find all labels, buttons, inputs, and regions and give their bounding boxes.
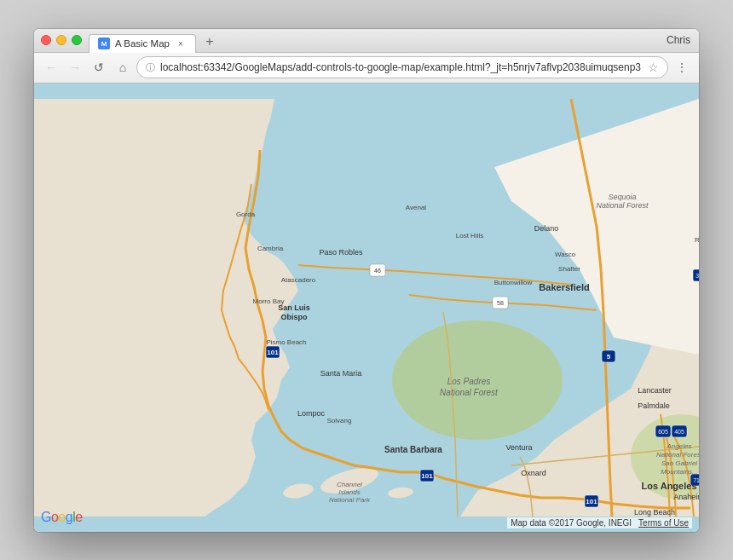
- tab-label: A Basic Map: [115, 38, 170, 49]
- svg-text:Anaheim: Anaheim: [673, 493, 699, 501]
- new-tab-button[interactable]: +: [199, 32, 220, 52]
- svg-text:Lompoc: Lompoc: [297, 409, 326, 418]
- back-button[interactable]: ←: [41, 57, 61, 78]
- svg-text:Ridge...: Ridge...: [695, 236, 699, 244]
- svg-text:San Gabriel: San Gabriel: [661, 459, 697, 467]
- minimize-button[interactable]: [56, 35, 66, 45]
- svg-text:Long Beach: Long Beach: [634, 508, 675, 517]
- tab-favicon: M: [98, 38, 110, 49]
- profile-name: Chris: [667, 34, 690, 46]
- svg-text:Solvang: Solvang: [327, 417, 352, 424]
- svg-text:Gorda: Gorda: [236, 211, 256, 218]
- svg-text:395: 395: [695, 273, 699, 279]
- svg-text:Obispo: Obispo: [281, 313, 309, 321]
- forward-button[interactable]: →: [65, 57, 85, 78]
- svg-text:National Park: National Park: [329, 496, 371, 504]
- url-text: localhost:63342/GoogleMaps/add-controls-…: [160, 61, 643, 73]
- svg-text:101: 101: [421, 472, 433, 480]
- svg-text:Los Padres: Los Padres: [447, 377, 491, 386]
- terms-of-use-link[interactable]: Terms of Use: [638, 518, 689, 528]
- svg-text:Lancaster: Lancaster: [638, 386, 672, 395]
- close-button[interactable]: [41, 35, 51, 45]
- active-tab[interactable]: M A Basic Map ×: [89, 34, 196, 53]
- maximize-button[interactable]: [72, 35, 82, 45]
- home-button[interactable]: ⌂: [113, 57, 133, 78]
- title-bar: M A Basic Map × + Chris: [34, 29, 699, 53]
- svg-text:Pismo Beach: Pismo Beach: [266, 338, 306, 346]
- svg-text:Los Angeles: Los Angeles: [642, 481, 697, 491]
- svg-text:Buttonwillow: Buttonwillow: [494, 279, 533, 286]
- tab-close-button[interactable]: ×: [175, 38, 187, 49]
- more-button[interactable]: ⋮: [672, 57, 692, 78]
- svg-text:5: 5: [607, 353, 611, 361]
- svg-text:Oxnard: Oxnard: [521, 469, 546, 477]
- svg-text:101: 101: [267, 349, 279, 356]
- url-secure-icon: ⓘ: [146, 61, 155, 74]
- map-data-text: Map data ©2017 Google, INEGI: [511, 518, 632, 528]
- svg-text:Mountains...: Mountains...: [661, 468, 698, 476]
- bookmark-icon[interactable]: ☆: [648, 61, 659, 74]
- map-container[interactable]: 101 101 101 5 58 395 46 605 405: [34, 84, 699, 532]
- url-bar[interactable]: ⓘ localhost:63342/GoogleMaps/add-control…: [136, 56, 668, 78]
- svg-text:Wasco: Wasco: [555, 251, 576, 258]
- google-logo: Google: [41, 510, 83, 525]
- svg-text:Avenal: Avenal: [406, 204, 427, 211]
- svg-text:National Forest: National Forest: [596, 201, 649, 210]
- refresh-button[interactable]: ↺: [89, 57, 109, 78]
- svg-text:Islands: Islands: [338, 488, 360, 496]
- svg-text:Santa Barbara: Santa Barbara: [384, 445, 442, 454]
- svg-text:Cambria: Cambria: [257, 245, 284, 252]
- svg-text:Lost Hills: Lost Hills: [456, 232, 483, 240]
- svg-text:46: 46: [374, 268, 381, 274]
- traffic-lights: [41, 35, 82, 45]
- svg-text:Delano: Delano: [534, 224, 559, 233]
- address-bar: ← → ↺ ⌂ ⓘ localhost:63342/GoogleMaps/add…: [34, 53, 699, 84]
- svg-text:58: 58: [497, 300, 504, 306]
- map-svg: 101 101 101 5 58 395 46 605 405: [34, 84, 699, 532]
- tabs-area: M A Basic Map × +: [89, 29, 692, 52]
- browser-window: M A Basic Map × + Chris ← → ↺ ⌂: [34, 29, 699, 532]
- svg-text:National Forest: National Forest: [656, 451, 699, 459]
- svg-text:405: 405: [674, 429, 684, 435]
- svg-text:Bakersfield: Bakersfield: [539, 282, 589, 292]
- svg-text:Paso Robles: Paso Robles: [319, 248, 363, 257]
- svg-text:101: 101: [586, 498, 597, 505]
- svg-text:Palmdale: Palmdale: [638, 401, 670, 410]
- svg-text:Angeles: Angeles: [667, 442, 692, 450]
- svg-text:Ventura: Ventura: [505, 443, 532, 452]
- svg-text:Sequoia: Sequoia: [608, 193, 636, 201]
- svg-text:Santa Maria: Santa Maria: [320, 369, 362, 378]
- svg-text:National Forest: National Forest: [440, 388, 499, 397]
- svg-text:Atascadero: Atascadero: [281, 276, 316, 284]
- map-attribution: Map data ©2017 Google, INEGI Terms of Us…: [507, 517, 692, 528]
- svg-text:605: 605: [658, 429, 668, 435]
- svg-text:Shafter: Shafter: [558, 265, 580, 273]
- svg-text:Channel: Channel: [337, 481, 362, 488]
- svg-text:Morro Bay: Morro Bay: [253, 297, 285, 305]
